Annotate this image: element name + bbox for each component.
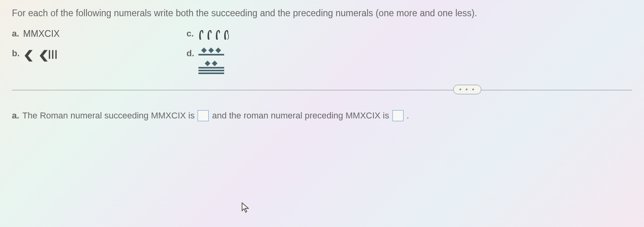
mayan-dot-icon xyxy=(215,48,221,53)
egyptian-heel-icon xyxy=(198,29,205,40)
problem-a: a. MMXCIX xyxy=(12,29,186,40)
mayan-top-level xyxy=(198,48,224,55)
mayan-dot-icon xyxy=(201,48,207,53)
answer-text-2: and the roman numeral preceding MMXCIX i… xyxy=(212,111,389,121)
instruction-text: For each of the following numerals write… xyxy=(12,8,632,19)
egyptian-heel-icon xyxy=(223,29,230,40)
mayan-bar-icon xyxy=(198,67,224,69)
babylonian-ten-icon: ❮ xyxy=(23,48,34,61)
problems-grid: a. MMXCIX c. b. ❮ ❮ǀǀǀ d. xyxy=(12,29,632,74)
babylonian-ten-icon: ❮ xyxy=(38,48,49,61)
mayan-numeral xyxy=(198,48,224,74)
problem-b-label: b. xyxy=(12,48,20,59)
cursor-icon xyxy=(241,202,250,216)
egyptian-heel-icon xyxy=(214,29,221,40)
mayan-bar-icon xyxy=(198,70,224,71)
answer-a-label: a. xyxy=(12,111,19,121)
problem-a-label: a. xyxy=(12,29,19,39)
problem-d: d. xyxy=(186,48,361,74)
mayan-bar-icon xyxy=(198,54,224,55)
problem-a-content: MMXCIX xyxy=(23,29,60,39)
egyptian-heel-icon xyxy=(206,29,213,40)
preceding-input[interactable] xyxy=(392,110,404,121)
babylonian-one-icon: ǀǀǀ xyxy=(48,48,58,61)
problem-c-label: c. xyxy=(186,29,194,39)
divider-line xyxy=(12,90,632,90)
problem-c: c. xyxy=(186,29,361,40)
mayan-dot-icon xyxy=(212,61,217,66)
problem-b: b. ❮ ❮ǀǀǀ xyxy=(12,48,186,74)
mayan-dot-icon xyxy=(208,48,214,53)
mayan-dot-icon xyxy=(205,61,210,66)
babylonian-numeral: ❮ ❮ǀǀǀ xyxy=(24,48,58,61)
mayan-bar-icon xyxy=(198,72,224,74)
answer-text-end: . xyxy=(407,111,409,121)
problem-d-label: d. xyxy=(186,48,194,59)
divider: • • • xyxy=(12,90,632,90)
answer-text-1: The Roman numeral succeeding MMXCIX is xyxy=(22,111,194,121)
more-button[interactable]: • • • xyxy=(453,85,481,94)
succeeding-input[interactable] xyxy=(198,110,209,121)
answer-a: a. The Roman numeral succeeding MMXCIX i… xyxy=(12,110,632,121)
mayan-bottom-level xyxy=(198,61,224,74)
egyptian-numeral xyxy=(198,29,230,40)
